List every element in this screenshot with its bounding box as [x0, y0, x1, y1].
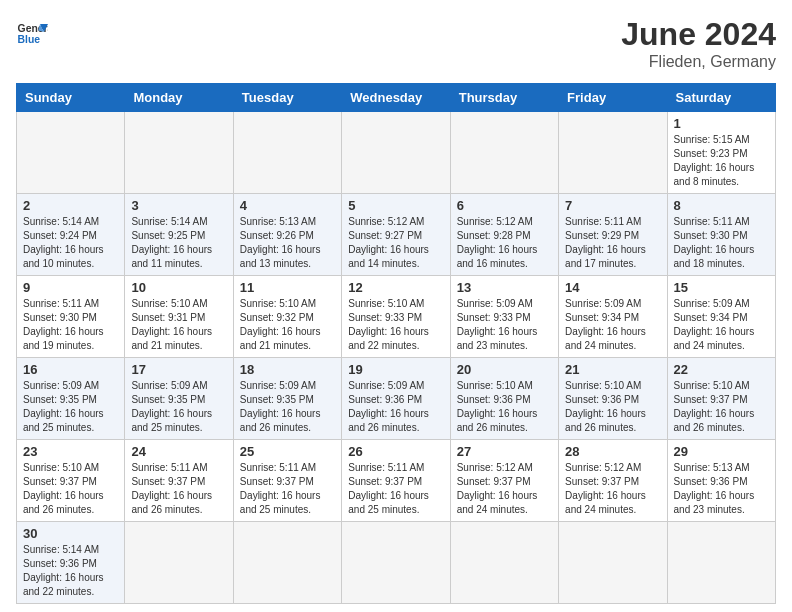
sunrise-text: Sunrise: 5:11 AM [348, 462, 424, 473]
day-info: Sunrise: 5:14 AM Sunset: 9:25 PM Dayligh… [131, 215, 226, 271]
day-number: 19 [348, 362, 443, 377]
weekday-header-row: SundayMondayTuesdayWednesdayThursdayFrid… [17, 84, 776, 112]
sunset-text: Sunset: 9:36 PM [457, 394, 531, 405]
calendar-cell [342, 522, 450, 604]
sunset-text: Sunset: 9:36 PM [348, 394, 422, 405]
day-info: Sunrise: 5:11 AM Sunset: 9:37 PM Dayligh… [348, 461, 443, 517]
sunset-text: Sunset: 9:37 PM [565, 476, 639, 487]
daylight-text: Daylight: 16 hours and 8 minutes. [674, 162, 755, 187]
calendar-cell: 19 Sunrise: 5:09 AM Sunset: 9:36 PM Dayl… [342, 358, 450, 440]
day-info: Sunrise: 5:10 AM Sunset: 9:33 PM Dayligh… [348, 297, 443, 353]
calendar-cell: 6 Sunrise: 5:12 AM Sunset: 9:28 PM Dayli… [450, 194, 558, 276]
sunrise-text: Sunrise: 5:09 AM [131, 380, 207, 391]
sunrise-text: Sunrise: 5:10 AM [674, 380, 750, 391]
sunset-text: Sunset: 9:37 PM [131, 476, 205, 487]
calendar-cell: 23 Sunrise: 5:10 AM Sunset: 9:37 PM Dayl… [17, 440, 125, 522]
weekday-header-saturday: Saturday [667, 84, 775, 112]
sunset-text: Sunset: 9:34 PM [674, 312, 748, 323]
day-number: 7 [565, 198, 660, 213]
sunrise-text: Sunrise: 5:13 AM [240, 216, 316, 227]
sunset-text: Sunset: 9:27 PM [348, 230, 422, 241]
calendar-cell [125, 112, 233, 194]
weekday-header-tuesday: Tuesday [233, 84, 341, 112]
calendar-cell: 21 Sunrise: 5:10 AM Sunset: 9:36 PM Dayl… [559, 358, 667, 440]
sunrise-text: Sunrise: 5:13 AM [674, 462, 750, 473]
daylight-text: Daylight: 16 hours and 26 minutes. [565, 408, 646, 433]
calendar-cell: 27 Sunrise: 5:12 AM Sunset: 9:37 PM Dayl… [450, 440, 558, 522]
day-number: 14 [565, 280, 660, 295]
day-number: 3 [131, 198, 226, 213]
weekday-header-sunday: Sunday [17, 84, 125, 112]
daylight-text: Daylight: 16 hours and 25 minutes. [131, 408, 212, 433]
day-info: Sunrise: 5:10 AM Sunset: 9:36 PM Dayligh… [457, 379, 552, 435]
day-number: 10 [131, 280, 226, 295]
day-number: 16 [23, 362, 118, 377]
day-info: Sunrise: 5:12 AM Sunset: 9:37 PM Dayligh… [457, 461, 552, 517]
daylight-text: Daylight: 16 hours and 22 minutes. [23, 572, 104, 597]
calendar-cell: 30 Sunrise: 5:14 AM Sunset: 9:36 PM Dayl… [17, 522, 125, 604]
daylight-text: Daylight: 16 hours and 24 minutes. [674, 326, 755, 351]
day-number: 27 [457, 444, 552, 459]
calendar-cell: 11 Sunrise: 5:10 AM Sunset: 9:32 PM Dayl… [233, 276, 341, 358]
sunset-text: Sunset: 9:24 PM [23, 230, 97, 241]
day-info: Sunrise: 5:10 AM Sunset: 9:37 PM Dayligh… [23, 461, 118, 517]
calendar-cell [233, 112, 341, 194]
calendar-cell: 16 Sunrise: 5:09 AM Sunset: 9:35 PM Dayl… [17, 358, 125, 440]
weekday-header-wednesday: Wednesday [342, 84, 450, 112]
sunset-text: Sunset: 9:37 PM [457, 476, 531, 487]
sunrise-text: Sunrise: 5:12 AM [457, 216, 533, 227]
daylight-text: Daylight: 16 hours and 23 minutes. [674, 490, 755, 515]
sunrise-text: Sunrise: 5:11 AM [131, 462, 207, 473]
day-info: Sunrise: 5:15 AM Sunset: 9:23 PM Dayligh… [674, 133, 769, 189]
sunrise-text: Sunrise: 5:11 AM [565, 216, 641, 227]
day-number: 26 [348, 444, 443, 459]
sunset-text: Sunset: 9:36 PM [674, 476, 748, 487]
daylight-text: Daylight: 16 hours and 26 minutes. [23, 490, 104, 515]
day-info: Sunrise: 5:13 AM Sunset: 9:26 PM Dayligh… [240, 215, 335, 271]
day-info: Sunrise: 5:12 AM Sunset: 9:27 PM Dayligh… [348, 215, 443, 271]
day-info: Sunrise: 5:14 AM Sunset: 9:36 PM Dayligh… [23, 543, 118, 599]
sunset-text: Sunset: 9:30 PM [674, 230, 748, 241]
calendar-week-row: 2 Sunrise: 5:14 AM Sunset: 9:24 PM Dayli… [17, 194, 776, 276]
calendar-body: 1 Sunrise: 5:15 AM Sunset: 9:23 PM Dayli… [17, 112, 776, 604]
calendar-cell: 28 Sunrise: 5:12 AM Sunset: 9:37 PM Dayl… [559, 440, 667, 522]
day-number: 28 [565, 444, 660, 459]
calendar-cell: 4 Sunrise: 5:13 AM Sunset: 9:26 PM Dayli… [233, 194, 341, 276]
daylight-text: Daylight: 16 hours and 26 minutes. [131, 490, 212, 515]
daylight-text: Daylight: 16 hours and 24 minutes. [565, 490, 646, 515]
day-info: Sunrise: 5:10 AM Sunset: 9:32 PM Dayligh… [240, 297, 335, 353]
day-info: Sunrise: 5:11 AM Sunset: 9:37 PM Dayligh… [131, 461, 226, 517]
sunrise-text: Sunrise: 5:09 AM [674, 298, 750, 309]
day-number: 8 [674, 198, 769, 213]
page-header: General Blue June 2024 Flieden, Germany [16, 16, 776, 71]
day-number: 30 [23, 526, 118, 541]
sunset-text: Sunset: 9:35 PM [240, 394, 314, 405]
day-number: 29 [674, 444, 769, 459]
day-number: 20 [457, 362, 552, 377]
daylight-text: Daylight: 16 hours and 10 minutes. [23, 244, 104, 269]
day-number: 21 [565, 362, 660, 377]
calendar-week-row: 30 Sunrise: 5:14 AM Sunset: 9:36 PM Dayl… [17, 522, 776, 604]
calendar-cell [17, 112, 125, 194]
sunrise-text: Sunrise: 5:14 AM [23, 216, 99, 227]
day-number: 15 [674, 280, 769, 295]
sunset-text: Sunset: 9:37 PM [348, 476, 422, 487]
day-number: 6 [457, 198, 552, 213]
sunrise-text: Sunrise: 5:09 AM [23, 380, 99, 391]
sunset-text: Sunset: 9:37 PM [674, 394, 748, 405]
sunset-text: Sunset: 9:25 PM [131, 230, 205, 241]
daylight-text: Daylight: 16 hours and 26 minutes. [457, 408, 538, 433]
day-info: Sunrise: 5:10 AM Sunset: 9:31 PM Dayligh… [131, 297, 226, 353]
daylight-text: Daylight: 16 hours and 14 minutes. [348, 244, 429, 269]
calendar-cell: 29 Sunrise: 5:13 AM Sunset: 9:36 PM Dayl… [667, 440, 775, 522]
sunrise-text: Sunrise: 5:10 AM [565, 380, 641, 391]
calendar-table: SundayMondayTuesdayWednesdayThursdayFrid… [16, 83, 776, 604]
day-number: 13 [457, 280, 552, 295]
day-info: Sunrise: 5:13 AM Sunset: 9:36 PM Dayligh… [674, 461, 769, 517]
day-number: 23 [23, 444, 118, 459]
calendar-cell [559, 112, 667, 194]
sunset-text: Sunset: 9:31 PM [131, 312, 205, 323]
weekday-header-thursday: Thursday [450, 84, 558, 112]
daylight-text: Daylight: 16 hours and 22 minutes. [348, 326, 429, 351]
day-info: Sunrise: 5:12 AM Sunset: 9:37 PM Dayligh… [565, 461, 660, 517]
